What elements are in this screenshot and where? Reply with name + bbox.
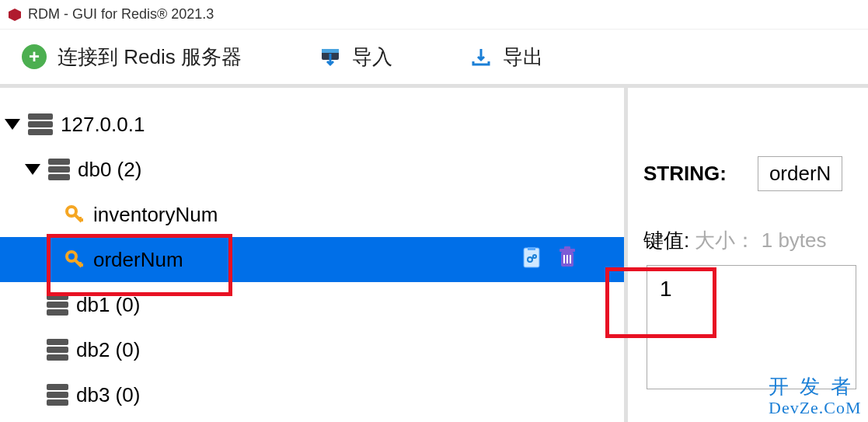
db-label: db2 (0) [76,338,140,362]
tree-db2-node[interactable]: db2 (0) [0,327,624,372]
kv-label: 键值: [643,228,689,252]
db-label: db1 (0) [76,293,140,317]
export-label: 导出 [503,44,543,71]
connect-button[interactable]: + 连接到 Redis 服务器 [22,44,242,71]
tree-key-ordernum[interactable]: orderNum [0,237,624,282]
row-actions [521,246,577,274]
export-button[interactable]: 导出 [470,44,543,71]
svg-marker-0 [9,9,21,21]
tree-panel: 127.0.0.1 db0 (2) inventoryNum [0,88,628,422]
tree-key-inventorynum[interactable]: inventoryNum [0,192,624,237]
database-icon [47,294,68,316]
tree-db0-node[interactable]: db0 (2) [0,147,624,192]
import-icon [319,46,341,68]
import-button[interactable]: 导入 [319,44,392,71]
export-icon [470,46,492,68]
size-label: 大小： [695,228,755,252]
database-icon [48,159,70,180]
chevron-down-icon [5,119,20,130]
copy-icon[interactable] [521,246,542,274]
key-label: orderNum [93,248,183,272]
db-label: db0 (2) [78,158,141,182]
trash-icon[interactable] [557,246,577,274]
svg-rect-11 [564,246,570,249]
tree-db1-node[interactable]: db1 (0) [0,282,624,327]
value-textarea[interactable]: 1 [647,265,856,389]
value-type-label: STRING: [643,162,727,186]
import-label: 导入 [352,44,392,71]
key-name-input[interactable]: orderN [758,156,842,191]
database-icon [47,384,68,406]
toolbar: + 连接到 Redis 服务器 导入 导出 [0,30,868,88]
tree-server-node[interactable]: 127.0.0.1 [0,102,624,147]
tree-db3-node[interactable]: db3 (0) [0,372,624,417]
window-title: RDM - GUI for Redis® 2021.3 [28,6,214,23]
database-icon [47,339,68,361]
key-label: inventoryNum [93,203,218,227]
server-label: 127.0.0.1 [61,113,145,137]
app-logo-icon [8,8,22,22]
watermark-cn: 开发者 [769,376,862,399]
title-bar: RDM - GUI for Redis® 2021.3 [0,0,868,30]
server-icon [28,113,53,135]
detail-panel: STRING: orderN 键值: 大小： 1 bytes 1 [628,88,868,422]
db-label: db3 (0) [76,383,140,407]
key-icon [64,249,85,270]
size-value: 1 bytes [762,228,827,252]
key-icon [64,204,85,225]
connect-label: 连接到 Redis 服务器 [58,44,242,71]
value-header: 键值: 大小： 1 bytes [643,227,868,254]
plus-icon: + [22,44,47,69]
watermark: 开发者 DevZe.CoM [769,376,862,417]
chevron-down-icon [25,164,40,175]
type-row: STRING: orderN [643,156,868,191]
svg-rect-2 [322,49,339,53]
watermark-en: DevZe.CoM [769,399,862,417]
main-area: 127.0.0.1 db0 (2) inventoryNum [0,88,868,422]
